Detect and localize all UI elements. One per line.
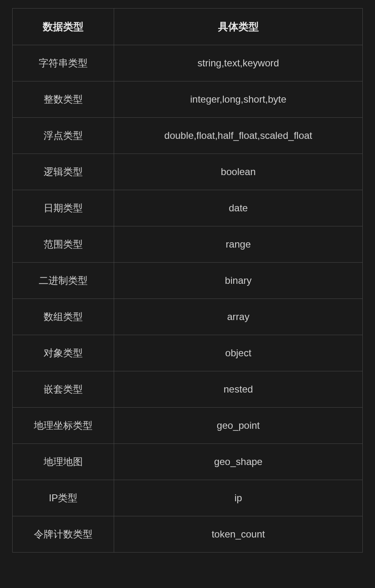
table-header-row: 数据类型 具体类型 — [13, 9, 363, 45]
cell-types: array — [114, 299, 363, 335]
cell-types: geo_shape — [114, 444, 363, 480]
cell-category: 地理地图 — [13, 444, 114, 480]
cell-types: integer,long,short,byte — [114, 81, 363, 118]
table-row: IP类型 ip — [13, 480, 363, 516]
cell-types: double,float,half_float,scaled_float — [114, 118, 363, 154]
cell-types: binary — [114, 263, 363, 299]
table-row: 浮点类型 double,float,half_float,scaled_floa… — [13, 118, 363, 154]
cell-category: 浮点类型 — [13, 118, 114, 154]
cell-types: range — [114, 226, 363, 263]
table-row: 范围类型 range — [13, 226, 363, 263]
cell-types: object — [114, 335, 363, 371]
cell-types: date — [114, 190, 363, 226]
table-row: 二进制类型 binary — [13, 263, 363, 299]
table-row: 逻辑类型 boolean — [13, 154, 363, 190]
cell-types: string,text,keyword — [114, 45, 363, 81]
table-row: 数组类型 array — [13, 299, 363, 335]
cell-category: 字符串类型 — [13, 45, 114, 81]
cell-category: IP类型 — [13, 480, 114, 516]
table-row: 地理地图 geo_shape — [13, 444, 363, 480]
data-types-table: 数据类型 具体类型 字符串类型 string,text,keyword 整数类型… — [12, 8, 363, 553]
table-row: 对象类型 object — [13, 335, 363, 371]
table-row: 嵌套类型 nested — [13, 371, 363, 408]
cell-category: 令牌计数类型 — [13, 516, 114, 553]
cell-category: 整数类型 — [13, 81, 114, 118]
data-types-table-container: 数据类型 具体类型 字符串类型 string,text,keyword 整数类型… — [12, 8, 363, 580]
table-row: 地理坐标类型 geo_point — [13, 408, 363, 444]
cell-types: boolean — [114, 154, 363, 190]
cell-category: 对象类型 — [13, 335, 114, 371]
cell-category: 地理坐标类型 — [13, 408, 114, 444]
cell-category: 二进制类型 — [13, 263, 114, 299]
table-row: 令牌计数类型 token_count — [13, 516, 363, 553]
header-data-type: 数据类型 — [13, 9, 114, 45]
cell-category: 逻辑类型 — [13, 154, 114, 190]
cell-types: nested — [114, 371, 363, 408]
cell-category: 范围类型 — [13, 226, 114, 263]
table-row: 字符串类型 string,text,keyword — [13, 45, 363, 81]
cell-category: 日期类型 — [13, 190, 114, 226]
table-row: 整数类型 integer,long,short,byte — [13, 81, 363, 118]
cell-types: token_count — [114, 516, 363, 553]
cell-category: 数组类型 — [13, 299, 114, 335]
table-row: 日期类型 date — [13, 190, 363, 226]
table-body: 字符串类型 string,text,keyword 整数类型 integer,l… — [13, 45, 363, 553]
table-header: 数据类型 具体类型 — [13, 9, 363, 45]
cell-types: geo_point — [114, 408, 363, 444]
header-specific-type: 具体类型 — [114, 9, 363, 45]
cell-types: ip — [114, 480, 363, 516]
cell-category: 嵌套类型 — [13, 371, 114, 408]
